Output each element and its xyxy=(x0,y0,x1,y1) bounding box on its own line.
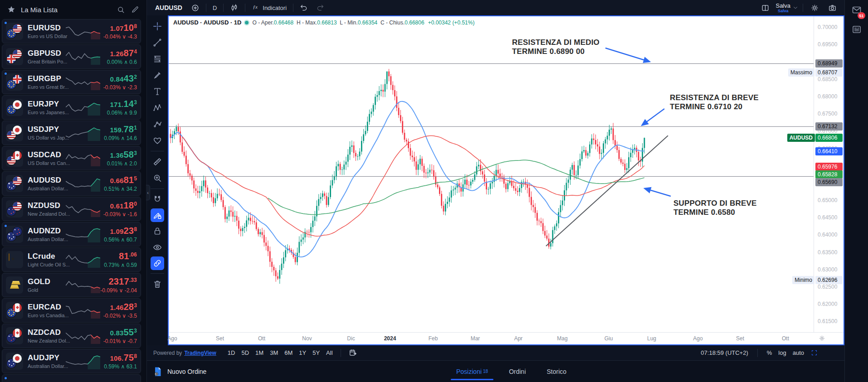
symbol-label: EURGBP xyxy=(28,74,68,83)
last-price: 0.83553 xyxy=(103,327,137,338)
price-axis[interactable]: 0.700000.695000.685000.680000.675000.670… xyxy=(814,16,844,332)
watchlist-item-NZDCAD[interactable]: NZDCADNew Zealand Dol...0.83553-0.01% ∨ … xyxy=(2,324,141,348)
indicators-button[interactable]: ƒxIndicatori xyxy=(249,1,290,14)
tool-magnet-icon[interactable] xyxy=(150,192,165,207)
new-order-button[interactable]: Nuovo Ordine xyxy=(152,366,206,377)
watchlist-item-AUDNZD[interactable]: AUDNZDAustralian Dollar...1.092380.56% ∧… xyxy=(2,222,141,247)
legend-symbol[interactable]: AUDUSD · AUDUSD · 1D xyxy=(173,19,241,26)
tool-drawing-mode-icon[interactable] xyxy=(151,208,164,222)
watchlist-item-EURGBP[interactable]: EURGBPEuro vs Great Br...0.84432-0.03% ∨… xyxy=(2,70,141,94)
watchlist-item-LCrude[interactable]: LCrudeLight Crude Oil S...81.060.73% ∧ 0… xyxy=(2,247,141,272)
watchlist-item-EURCAD[interactable]: EURCADEuro vs Canadia...1.46283-0.02% ∨ … xyxy=(2,298,141,323)
symbol-label: USDCAD xyxy=(28,150,70,160)
toolbar-divider xyxy=(151,189,164,189)
watchlist-item-AUDUSD[interactable]: AUDUSDAustralian Dollar...0.668150.51% ∧… xyxy=(2,171,141,196)
tool-trend-line-icon[interactable] xyxy=(150,35,165,50)
edit-watchlist-icon[interactable] xyxy=(130,5,140,15)
tool-hide-drawings-icon[interactable] xyxy=(150,240,165,255)
tool-xabcd-pattern-icon[interactable] xyxy=(150,101,165,115)
change-label: -0.03% ∨ -2.3 xyxy=(103,84,137,91)
chevron-down-icon[interactable] xyxy=(792,5,799,11)
ma-50 xyxy=(182,135,644,236)
tool-brush-icon[interactable] xyxy=(150,68,165,82)
sidebar-collapse-handle[interactable]: ‹ xyxy=(146,185,150,200)
tool-measure-icon[interactable] xyxy=(150,155,165,169)
watchlist-item-EURJPY[interactable]: EURJPYEuro vs Japanes...171.1430.06% ∧ 9… xyxy=(2,95,141,120)
tab-ordini[interactable]: Ordini xyxy=(506,361,528,382)
go-to-date-icon[interactable] xyxy=(346,347,361,358)
watchlist-item-GOLD[interactable]: GOLDGold2317.33-0.09% ∨ -2.04 xyxy=(2,273,141,297)
gear-icon[interactable] xyxy=(807,2,822,14)
change-label: 0.59% ∧ 63.1 xyxy=(104,363,137,370)
compare-add-icon[interactable] xyxy=(188,2,203,14)
camera-icon[interactable] xyxy=(825,2,840,14)
symbol-description: Great Britain Po... xyxy=(28,59,67,64)
flag-us xyxy=(13,202,22,211)
flag-jp xyxy=(13,354,22,363)
percent-scale-button[interactable]: % xyxy=(767,349,772,356)
clock-label[interactable]: 07:18:59 (UTC+2) xyxy=(701,349,748,356)
save-button[interactable]: Salva Salva xyxy=(775,3,799,13)
range-button-1M[interactable]: 1M xyxy=(252,348,267,358)
watchlist-item-EURUSD[interactable]: EURUSDEuro vs US Dollar1.07108-0.04% ∨ -… xyxy=(2,19,141,44)
annotation-arrow xyxy=(645,189,671,196)
range-button-5D[interactable]: 5D xyxy=(238,348,252,358)
news-icon[interactable] xyxy=(851,24,862,35)
tool-emoji-heart-icon[interactable] xyxy=(150,133,165,148)
tool-remove-drawings-icon[interactable] xyxy=(150,277,165,291)
range-button-5Y[interactable]: 5Y xyxy=(309,348,323,358)
tool-lock-drawings-icon[interactable] xyxy=(150,224,165,238)
bottom-tab-bar: Nuovo Ordine Posizioni18OrdiniStorico xyxy=(147,360,844,382)
symbol-button[interactable]: AUDUSD xyxy=(151,4,186,11)
price-badge-0.66806: AUDUSD0.66806 xyxy=(787,134,843,142)
watchlist-item-USDJPY[interactable]: USDJPYUS Dollar vs Jap...159.7810.09% ∧ … xyxy=(2,121,141,145)
layout-icon[interactable] xyxy=(758,2,773,14)
change-label: -0.04% ∨ -4.3 xyxy=(103,34,137,40)
range-button-All[interactable]: All xyxy=(323,348,336,358)
watchlist-item-partial[interactable] xyxy=(2,374,141,382)
tab-posizioni[interactable]: Posizioni18 xyxy=(454,361,491,382)
maximize-icon[interactable] xyxy=(810,349,818,357)
change-label: -0.09% ∨ -2.04 xyxy=(100,287,137,294)
inbox-mail-icon[interactable]: 51 xyxy=(851,5,862,17)
tool-zoom-in-icon[interactable] xyxy=(150,171,165,185)
sparkline xyxy=(66,353,100,370)
range-button-1Y[interactable]: 1Y xyxy=(296,348,309,358)
watchlist-item-NZDUSD[interactable]: NZDUSDNew Zealand Dol...0.61180-0.03% ∨ … xyxy=(2,197,141,221)
time-axis[interactable]: AgoSetOttNovDic2024FebMarAprMagGiuLugAgo… xyxy=(169,332,844,344)
chart-plot[interactable]: AUDUSD · AUDUSD · 1D O - Aper.0.66468 H … xyxy=(169,16,814,332)
pair-flags xyxy=(6,302,23,319)
range-button-6M[interactable]: 6M xyxy=(281,348,296,358)
search-icon[interactable] xyxy=(116,5,126,15)
range-button-1D[interactable]: 1D xyxy=(224,348,239,358)
tab-storico[interactable]: Storico xyxy=(544,361,570,382)
tool-crosshair-icon[interactable] xyxy=(150,19,165,34)
tool-fib-retracement-icon[interactable] xyxy=(150,52,165,66)
interval-button[interactable]: D xyxy=(210,3,220,13)
ma-20 xyxy=(171,102,644,257)
chart-style-icon[interactable] xyxy=(227,2,242,14)
time-tick-Ott: Ott xyxy=(258,335,265,342)
last-price: 1.46283 xyxy=(103,302,137,312)
undo-icon[interactable] xyxy=(297,2,311,13)
tool-sync-drawings-icon[interactable] xyxy=(151,256,164,270)
change-label: 0.01% ∧ 2.0 xyxy=(107,160,137,167)
time-tick-Ott: Ott xyxy=(782,335,789,342)
chart-annotation-3[interactable]: SUPPORTO DI BREVE TERMINE 0.6580 xyxy=(673,199,757,217)
powered-by: Powered by TradingView xyxy=(153,350,216,356)
log-scale-button[interactable]: log xyxy=(778,349,786,356)
watchlist-item-GBPUSD[interactable]: GBPUSDGreat Britain Po...1.268740.00% ∧ … xyxy=(2,44,141,69)
auto-scale-button[interactable]: auto xyxy=(793,349,804,356)
chart-annotation-1[interactable]: RESISTENZA DI MEDIO TERMINE 0.6890 00 xyxy=(512,38,600,56)
redo-icon[interactable] xyxy=(313,2,327,13)
tool-forecast-icon[interactable] xyxy=(150,117,165,131)
pane-settings-gear-icon[interactable] xyxy=(819,335,825,343)
tradingview-link[interactable]: TradingView xyxy=(184,350,216,356)
pair-flags xyxy=(6,327,23,344)
tool-text-icon[interactable] xyxy=(150,84,165,99)
watchlist-item-AUDJPY[interactable]: AUDJPYAustralian Dollar...106.7580.59% ∧… xyxy=(2,349,141,373)
watchlist-item-USDCAD[interactable]: USDCADUS Dollar vs Can...1.365830.01% ∧ … xyxy=(2,146,141,170)
candlestick-chart[interactable] xyxy=(169,16,814,332)
chart-annotation-2[interactable]: RESISTENZA DI BREVE TERMINE 0.6710 20 xyxy=(670,93,759,111)
range-button-3M[interactable]: 3M xyxy=(267,348,281,358)
